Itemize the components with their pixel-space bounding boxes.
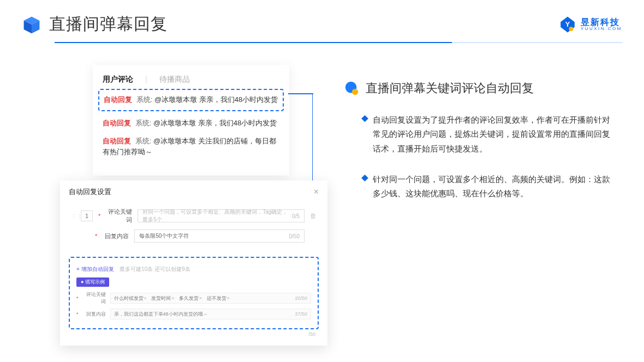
reply-input[interactable]: 每条限50个中文字符 0/50 — [134, 230, 305, 243]
section-title: 直播间弹幕关键词评论自动回复 — [366, 80, 534, 96]
example-kw-tags: 什么时候发货× 发货时间× 多久发货× 还不发货× — [114, 295, 234, 302]
required-dot: * — [98, 213, 100, 219]
brand-name-cn: 昱新科技 — [581, 18, 622, 27]
cube-icon — [22, 15, 41, 34]
connector-line-h1 — [288, 93, 313, 94]
outer-counter: /50 — [69, 329, 319, 337]
input-placeholder: 每条限50个中文字符 — [139, 232, 189, 240]
header-left: 直播间弹幕回复 — [22, 13, 168, 35]
diamond-icon — [361, 115, 368, 122]
sequence-box: 1 — [81, 210, 93, 221]
highlighted-comment: 自动回复 系统: @冰墩墩本墩 亲亲，我们48小时内发货 — [98, 89, 284, 111]
tab-pending-products[interactable]: 待播商品 — [159, 75, 190, 85]
right-column: 直播间弹幕关键词评论自动回复 自动回复设置为了提升作者的评论回复效率，作者可在开… — [344, 65, 617, 217]
form-rule-block: ⋮⋮ 1 * 评论关键词 对同一个问题，可设置多个相近、高频的关键词，Tag确定… — [69, 204, 319, 251]
add-auto-reply-link[interactable]: + 增加自动回复 — [76, 266, 114, 272]
svg-text:Y: Y — [565, 20, 570, 28]
keyword-row: ⋮⋮ 1 * 评论关键词 对同一个问题，可设置多个相近、高频的关键词，Tag确定… — [71, 208, 317, 224]
example-badge: ● 填写示例 — [76, 277, 109, 287]
left-column: 用户评论 | 待播商品 自动回复 系统: @冰墩墩本墩 亲亲，我们48小时内发货… — [60, 65, 317, 217]
example-reply-counter: 37/50 — [295, 311, 307, 317]
add-auto-reply-row: + 增加自动回复 最多可建10条 还可以创建9条 — [76, 263, 311, 273]
add-limit-tip: 最多可建10条 还可以创建9条 — [120, 266, 190, 272]
example-keyword-row: * 评论关键词 什么时候发货× 发货时间× 多久发货× 还不发货× 20/50 — [76, 291, 311, 305]
example-reply-text: 亲，我们这边都是下单48小时内发货的哦～ — [114, 311, 208, 318]
auto-reply-tag: 自动回复 — [103, 119, 131, 127]
example-reply-label: 回复内容 — [83, 311, 106, 318]
auto-reply-tag: 自动回复 — [103, 137, 131, 145]
example-reply-row: * 回复内容 亲，我们这边都是下单48小时内发货的哦～ 37/50 — [76, 309, 311, 319]
system-label: 系统: — [135, 119, 152, 127]
drag-handle-icon[interactable]: ⋮⋮ — [71, 213, 75, 219]
bullet-item: 针对同一个问题，可设置多个相近的、高频的关键词。例如：这款多少钱、这块能优惠吗、… — [344, 172, 617, 201]
auto-reply-tag: 自动回复 — [104, 95, 132, 104]
example-kw-counter: 20/50 — [295, 295, 307, 301]
system-label: 系统: — [135, 137, 152, 145]
comment-text: @冰墩墩本墩 亲亲，我们48小时内发货 — [153, 119, 277, 127]
bullet-item: 自动回复设置为了提升作者的评论回复效率，作者可在开播前针对常见的评论用户问题，提… — [344, 113, 617, 156]
modal-header: 自动回复设置 × — [69, 187, 319, 197]
tab-user-comments[interactable]: 用户评论 — [103, 75, 133, 85]
brand-logo-block: Y 昱新科技 YUUXIN.COM — [559, 16, 622, 33]
auto-reply-settings-modal: 自动回复设置 × ⋮⋮ 1 * 评论关键词 对同一个问题，可设置多个相近、高频的… — [60, 180, 327, 346]
required-dot: * — [76, 295, 79, 301]
example-kw-label: 评论关键词 — [83, 291, 106, 305]
field-label-keyword: 评论关键词 — [106, 208, 132, 224]
example-kw-input[interactable]: 什么时候发货× 发货时间× 多久发货× 还不发货× 20/50 — [110, 293, 311, 304]
brand-mark-icon: Y — [559, 16, 576, 33]
delete-icon[interactable]: 🗑 — [310, 212, 317, 220]
comment-row: 自动回复 系统: @冰墩墩本墩 关注我们的店铺，每日都有热门推荐呦～ — [103, 136, 279, 159]
brand-text: 昱新科技 YUUXIN.COM — [581, 18, 622, 31]
diamond-icon — [361, 174, 368, 182]
reply-counter: 0/50 — [289, 233, 300, 239]
comment-tabs: 用户评论 | 待播商品 — [103, 75, 279, 85]
bullet-text: 自动回复设置为了提升作者的评论回复效率，作者可在开播前针对常见的评论用户问题，提… — [373, 113, 617, 156]
svg-point-6 — [352, 89, 358, 95]
comment-row: 自动回复 系统: @冰墩墩本墩 亲亲，我们48小时内发货 — [104, 94, 278, 106]
comment-row: 自动回复 系统: @冰墩墩本墩 亲亲，我们48小时内发货 — [103, 118, 279, 129]
bullet-text: 针对同一个问题，可设置多个相近的、高频的关键词。例如：这款多少钱、这块能优惠吗、… — [373, 172, 617, 201]
comment-panel: 用户评论 | 待播商品 自动回复 系统: @冰墩墩本墩 亲亲，我们48小时内发货… — [93, 65, 289, 176]
keyword-counter: 0/5 — [292, 213, 300, 219]
comment-text: @冰墩墩本墩 亲亲，我们48小时内发货 — [154, 95, 278, 104]
example-reply-input[interactable]: 亲，我们这边都是下单48小时内发货的哦～ 37/50 — [110, 309, 311, 319]
bubble-icon — [344, 81, 359, 96]
example-area: + 增加自动回复 最多可建10条 还可以创建9条 ● 填写示例 * 评论关键词 … — [69, 257, 319, 329]
modal-title: 自动回复设置 — [69, 187, 111, 197]
field-label-reply: 回复内容 — [103, 232, 129, 240]
system-label: 系统: — [136, 95, 153, 104]
tab-separator: | — [145, 75, 147, 85]
input-placeholder: 对同一个问题，可设置多个相近、高频的关键词，Tag确定，最多5个 — [142, 208, 292, 224]
keyword-input[interactable]: 对同一个问题，可设置多个相近、高频的关键词，Tag确定，最多5个 0/5 — [138, 209, 305, 222]
brand-name-en: YUUXIN.COM — [581, 27, 622, 31]
section-header: 直播间弹幕关键词评论自动回复 — [344, 80, 617, 96]
reply-row: * 回复内容 每条限50个中文字符 0/50 — [71, 230, 317, 243]
page-title: 直播间弹幕回复 — [49, 13, 168, 35]
page-header: 直播间弹幕回复 Y 昱新科技 YUUXIN.COM — [0, 0, 644, 35]
required-dot: * — [95, 233, 97, 239]
close-icon[interactable]: × — [314, 187, 319, 197]
content-area: 用户评论 | 待播商品 自动回复 系统: @冰墩墩本墩 亲亲，我们48小时内发货… — [0, 43, 644, 217]
required-dot: * — [76, 311, 79, 317]
